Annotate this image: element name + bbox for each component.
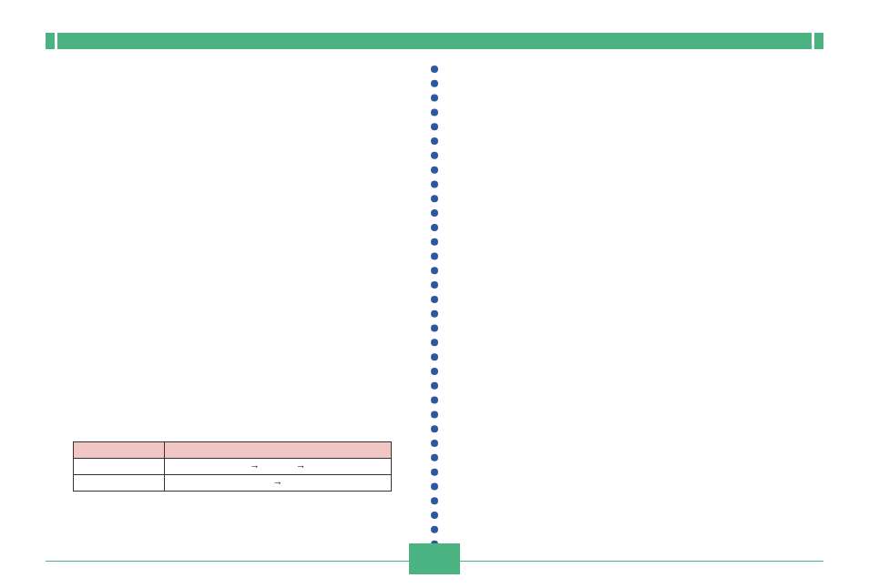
table-header-row bbox=[74, 442, 392, 459]
header-bar-segment-right bbox=[814, 33, 823, 49]
table-header-cell bbox=[165, 442, 392, 459]
table-header-cell bbox=[74, 442, 165, 459]
table-cell bbox=[74, 459, 165, 475]
table-cell: → → bbox=[165, 459, 392, 475]
header-bar-segment-main bbox=[57, 33, 812, 49]
table-row: → bbox=[74, 475, 392, 492]
arrow-right-icon: → bbox=[273, 478, 283, 488]
page-number-box bbox=[409, 543, 460, 574]
arrow-right-icon: → bbox=[250, 461, 260, 471]
data-table: → → → bbox=[73, 441, 392, 492]
table-cell: → bbox=[165, 475, 392, 492]
arrow-right-icon: → bbox=[296, 461, 306, 471]
header-bar bbox=[46, 33, 823, 49]
column-divider-dotted bbox=[431, 66, 438, 548]
table-cell bbox=[74, 475, 165, 492]
header-bar-segment-left bbox=[46, 33, 55, 49]
table-row: → → bbox=[74, 459, 392, 475]
